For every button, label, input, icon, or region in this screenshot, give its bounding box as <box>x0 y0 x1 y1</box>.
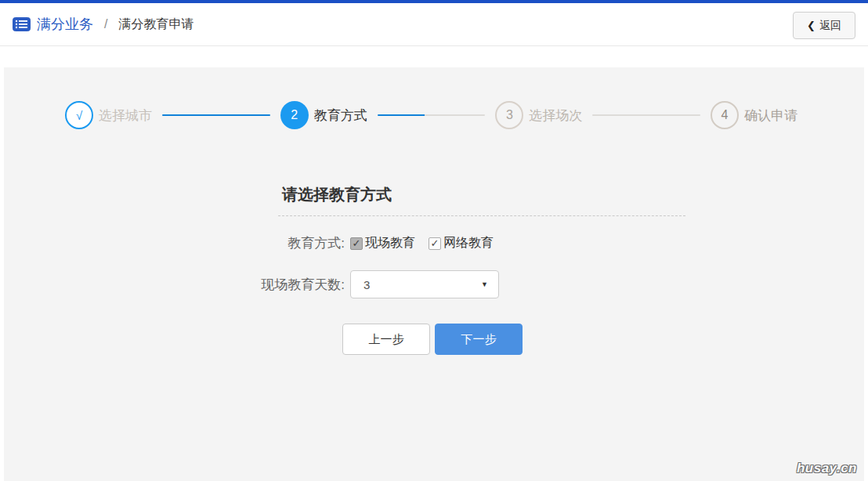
chevron-left-icon: ❮ <box>807 20 816 31</box>
step-education-method: 2 教育方式 <box>280 101 367 129</box>
breadcrumb-current: 满分教育申请 <box>118 16 193 33</box>
step-confirm-application: 4 确认申请 <box>711 101 797 129</box>
checkbox-checked-disabled-icon[interactable]: ✓ <box>350 237 363 250</box>
back-button-label: 返回 <box>819 19 841 33</box>
stepper-connector-3 <box>592 114 700 116</box>
dropdown-arrow-icon: ▼ <box>481 280 488 288</box>
step-select-city: √ 选择城市 <box>65 101 152 129</box>
onsite-days-controls: 3 ▼ <box>350 270 499 298</box>
onsite-days-label: 现场教育天数: <box>207 276 345 294</box>
step-select-session: 3 选择场次 <box>495 101 582 129</box>
step-4-label: 确认申请 <box>744 107 797 125</box>
header: 满分业务 / 满分教育申请 ❮ 返回 <box>0 3 868 46</box>
wizard-buttons: 上一步 下一步 <box>342 324 661 355</box>
checkbox-onsite-education[interactable]: ✓ 现场教育 <box>350 235 415 251</box>
checkbox-online-label: 网络教育 <box>443 235 494 251</box>
step-1-circle: √ <box>65 101 93 129</box>
education-method-row: 教育方式: ✓ 现场教育 ✓ 网络教育 <box>207 234 661 252</box>
step-1-label: 选择城市 <box>99 107 152 125</box>
onsite-days-value: 3 <box>363 278 370 291</box>
stepper: √ 选择城市 2 教育方式 3 选择场次 4 确认申请 <box>4 67 864 129</box>
breadcrumb: 满分业务 / 满分教育申请 <box>13 15 193 34</box>
step-3-circle: 3 <box>495 101 523 129</box>
back-button[interactable]: ❮ 返回 <box>793 12 855 39</box>
step-4-circle: 4 <box>711 101 739 129</box>
checkbox-online-education[interactable]: ✓ 网络教育 <box>429 235 494 251</box>
step-3-label: 选择场次 <box>529 107 582 125</box>
education-method-options: ✓ 现场教育 ✓ 网络教育 <box>350 235 494 251</box>
step-2-label: 教育方式 <box>314 107 367 125</box>
watermark: husay.cn <box>797 461 857 476</box>
stepper-connector-1 <box>162 114 270 116</box>
checkbox-checked-icon[interactable]: ✓ <box>429 237 441 250</box>
checkbox-onsite-label: 现场教育 <box>365 235 415 251</box>
content-panel: √ 选择城市 2 教育方式 3 选择场次 4 确认申请 请选择教育方式 教育方式… <box>4 67 864 481</box>
previous-step-button[interactable]: 上一步 <box>342 324 430 355</box>
form-title: 请选择教育方式 <box>282 184 661 205</box>
dashed-divider <box>278 215 685 216</box>
step-2-circle: 2 <box>280 101 309 129</box>
breadcrumb-separator: / <box>104 17 107 31</box>
list-icon <box>13 17 31 31</box>
onsite-days-row: 现场教育天数: 3 ▼ <box>207 270 661 298</box>
onsite-days-select[interactable]: 3 ▼ <box>350 270 499 298</box>
next-step-button[interactable]: 下一步 <box>435 324 523 355</box>
education-method-label: 教育方式: <box>207 234 345 252</box>
stepper-connector-2 <box>378 114 486 116</box>
education-method-form: 请选择教育方式 教育方式: ✓ 现场教育 ✓ 网络教育 现场教育天数: 3 ▼ <box>207 184 661 355</box>
brand-title[interactable]: 满分业务 <box>37 15 93 34</box>
